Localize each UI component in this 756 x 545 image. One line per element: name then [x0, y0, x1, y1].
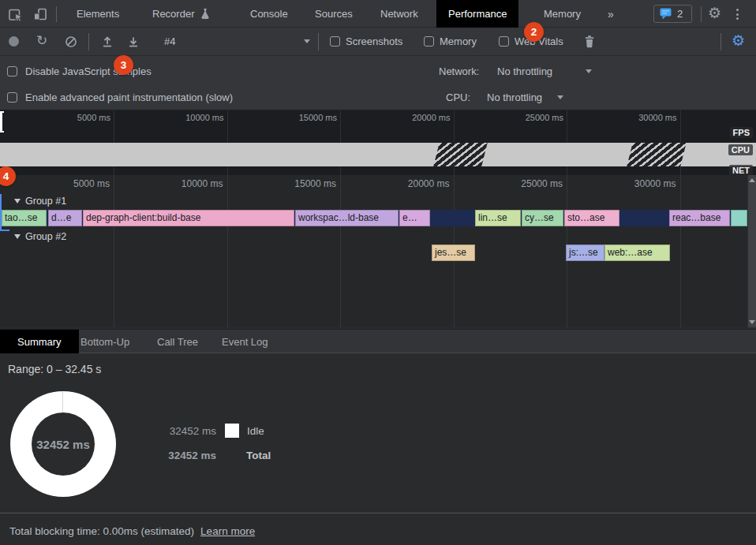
tab-event-log[interactable]: Event Log: [222, 336, 268, 348]
load-profile-icon[interactable]: [101, 35, 114, 48]
timeline-overview[interactable]: 5000 ms10000 ms15000 ms20000 ms25000 ms3…: [0, 110, 756, 175]
flame-chart[interactable]: 5000 ms10000 ms15000 ms20000 ms25000 ms3…: [0, 175, 756, 327]
flame-tick-label: 10000 ms: [182, 178, 223, 189]
memory-label: Memory: [440, 35, 477, 47]
overview-tick-label: 30000 ms: [638, 113, 676, 122]
idle-donut-chart: 32452 ms: [10, 391, 116, 497]
donut-slice-separator: [62, 391, 63, 412]
flame-group2-track: jes…sejs:…seweb:…ase: [0, 245, 747, 261]
flame-tick-label: 5000 ms: [73, 178, 110, 189]
tab-summary-active[interactable]: Summary: [0, 330, 79, 353]
flame-bar[interactable]: cy…se: [522, 210, 563, 226]
cpu-busy-region: [433, 143, 487, 166]
clear-recording-icon[interactable]: [65, 35, 77, 48]
overview-tick-label: 20000 ms: [412, 113, 450, 122]
flame-group2-header[interactable]: Group #2: [14, 231, 66, 242]
collapse-triangle-icon: [14, 234, 21, 239]
learn-more-link[interactable]: Learn more: [200, 525, 255, 537]
inspect-element-icon[interactable]: [8, 6, 24, 22]
collapse-triangle-icon: [14, 199, 21, 203]
flame-tick-label: 20000 ms: [408, 178, 450, 189]
flame-bar[interactable]: js:…se: [566, 245, 604, 261]
overview-left-handle[interactable]: [0, 111, 4, 133]
tab-sources[interactable]: Sources: [315, 8, 353, 20]
notification-badge[interactable]: 3: [114, 55, 133, 75]
notification-badge[interactable]: 2: [524, 22, 544, 42]
toolbar-divider: [56, 6, 57, 22]
flame-tick-label: 15000 ms: [294, 178, 336, 189]
trash-icon[interactable]: [583, 35, 596, 48]
flame-bar[interactable]: dep-graph-client:build-base: [83, 210, 294, 226]
issues-chat-icon: [660, 8, 672, 20]
tab-bottom-up[interactable]: Bottom-Up: [80, 336, 129, 348]
disable-js-samples-checkbox[interactable]: [7, 66, 17, 77]
reload-and-record-icon[interactable]: ↻: [36, 34, 47, 47]
history-dropdown-arrow[interactable]: [304, 39, 310, 43]
tab-memory[interactable]: Memory: [544, 8, 581, 20]
total-time-value: 32452 ms: [157, 450, 216, 461]
advanced-paint-checkbox[interactable]: [7, 92, 17, 103]
devtools-window: Elements Recorder Console Sources Networ…: [0, 0, 756, 545]
network-throttling-label: Network:: [439, 65, 479, 77]
more-tabs-chevron[interactable]: »: [608, 8, 614, 21]
flame-bar[interactable]: jes…se: [432, 245, 475, 261]
toolbar-divider: [88, 33, 89, 50]
donut-total-label: 32452 ms: [36, 438, 90, 451]
overview-tick-label: 15000 ms: [299, 113, 337, 122]
cpu-throttling-label: CPU:: [446, 91, 470, 103]
history-dropdown-value[interactable]: #4: [164, 35, 175, 47]
web-vitals-checkbox[interactable]: [499, 36, 509, 47]
flame-group1-track: tao…sed…edep-graph-client:build-basework…: [0, 210, 747, 226]
screenshots-checkbox[interactable]: [330, 36, 340, 47]
cpu-throttling-arrow[interactable]: [557, 95, 563, 99]
fps-lane-label: FPS: [730, 127, 753, 138]
tab-recorder[interactable]: Recorder: [152, 8, 194, 20]
advanced-paint-label: Enable advanced paint instrumentation (s…: [25, 91, 233, 103]
tab-elements[interactable]: Elements: [77, 8, 119, 20]
more-options-menu-icon[interactable]: [736, 9, 739, 20]
flame-bar[interactable]: lin…se: [475, 210, 521, 226]
scroll-up-arrow[interactable]: [749, 178, 755, 182]
overview-tick-label: 5000 ms: [77, 113, 110, 122]
net-lane-label: NET: [729, 165, 753, 176]
track-selection-bracket: [0, 194, 9, 231]
devtools-tab-bar: Elements Recorder Console Sources Networ…: [0, 0, 756, 28]
settings-gear-icon[interactable]: ⚙: [708, 6, 721, 21]
tab-console[interactable]: Console: [250, 8, 288, 20]
flame-bar[interactable]: e…: [399, 210, 430, 226]
network-throttling-value[interactable]: No throttling: [497, 65, 552, 77]
device-toolbar-icon[interactable]: [32, 6, 48, 22]
flame-bar[interactable]: d…e: [48, 210, 82, 226]
scroll-down-arrow[interactable]: [749, 320, 755, 324]
cpu-busy-region: [627, 143, 686, 166]
overview-tick-label: 10000 ms: [185, 113, 223, 122]
summary-panel: Range: 0 – 32.45 s 32452 ms 32452 ms Idl…: [0, 353, 756, 513]
flame-bar[interactable]: web:…ase: [604, 245, 670, 261]
flame-group1-header[interactable]: Group #1: [14, 196, 66, 207]
issues-counter-button[interactable]: 2: [653, 5, 692, 23]
save-profile-icon[interactable]: [127, 35, 140, 48]
network-throttling-arrow[interactable]: [586, 69, 592, 73]
overview-tick-label: 25000 ms: [526, 113, 563, 122]
tab-performance-active[interactable]: Performance: [436, 0, 518, 28]
total-blocking-time-text: Total blocking time: 0.00ms (estimated)L…: [9, 525, 255, 537]
cpu-throttling-value[interactable]: No throttling: [487, 91, 542, 103]
flame-bar[interactable]: [731, 210, 747, 226]
screenshots-label: Screenshots: [346, 35, 402, 47]
flame-bar[interactable]: workspac…ld-base: [295, 210, 399, 226]
flame-vertical-scrollbar[interactable]: [747, 175, 756, 327]
flame-bar[interactable]: reac…base: [669, 210, 730, 226]
memory-checkbox[interactable]: [424, 36, 434, 47]
footer-bar: Total blocking time: 0.00ms (estimated)L…: [0, 513, 756, 545]
flame-tick-label: 25000 ms: [521, 178, 563, 189]
idle-label: Idle: [247, 425, 264, 437]
donut-hole: 32452 ms: [32, 412, 95, 476]
flame-bar[interactable]: sto…ase: [564, 210, 619, 226]
cpu-lane-label: CPU: [728, 144, 753, 155]
tab-network[interactable]: Network: [380, 8, 418, 20]
record-button[interactable]: [9, 36, 19, 47]
detail-tab-bar: Summary Bottom-Up Call Tree Event Log: [0, 329, 756, 353]
idle-color-swatch: [225, 424, 239, 438]
tab-call-tree[interactable]: Call Tree: [157, 336, 198, 348]
capture-settings-gear-icon[interactable]: ⚙: [732, 33, 745, 48]
